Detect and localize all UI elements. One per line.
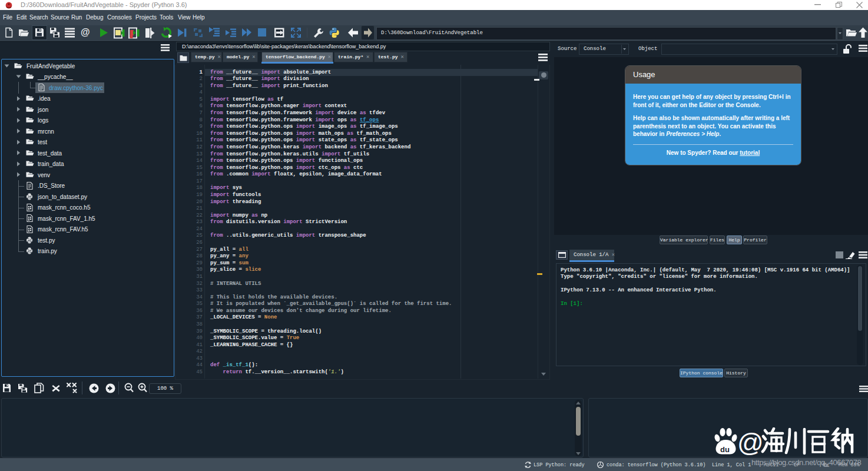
svg-text:du: du (720, 445, 730, 454)
svg-text:@: @ (737, 428, 764, 456)
